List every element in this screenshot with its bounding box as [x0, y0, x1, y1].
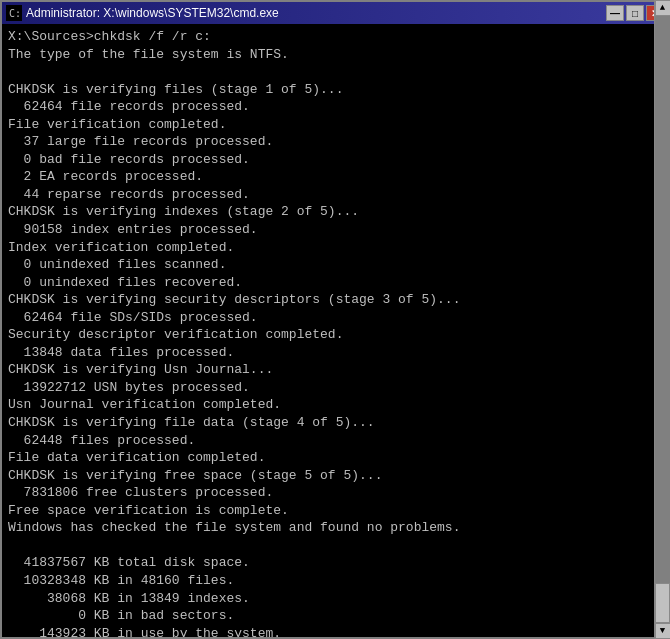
scrollbar-track[interactable] — [655, 24, 668, 623]
title-bar: C: Administrator: X:\windows\SYSTEM32\cm… — [2, 2, 668, 24]
scroll-down-button[interactable]: ▼ — [655, 623, 669, 637]
minimize-button[interactable]: — — [606, 5, 624, 21]
console-output: X:\Sources>chkdsk /f /r c: The type of t… — [8, 28, 646, 637]
title-bar-text: Administrator: X:\windows\SYSTEM32\cmd.e… — [26, 6, 279, 20]
svg-text:C:: C: — [9, 8, 21, 19]
cmd-window: C: Administrator: X:\windows\SYSTEM32\cm… — [0, 0, 670, 639]
console-area: X:\Sources>chkdsk /f /r c: The type of t… — [2, 24, 668, 637]
cmd-icon: C: — [6, 5, 22, 21]
title-bar-left: C: Administrator: X:\windows\SYSTEM32\cm… — [6, 5, 279, 21]
maximize-button[interactable]: □ — [626, 5, 644, 21]
scrollbar-thumb[interactable] — [655, 583, 668, 623]
scrollbar[interactable]: ▲ ▼ — [654, 24, 668, 637]
